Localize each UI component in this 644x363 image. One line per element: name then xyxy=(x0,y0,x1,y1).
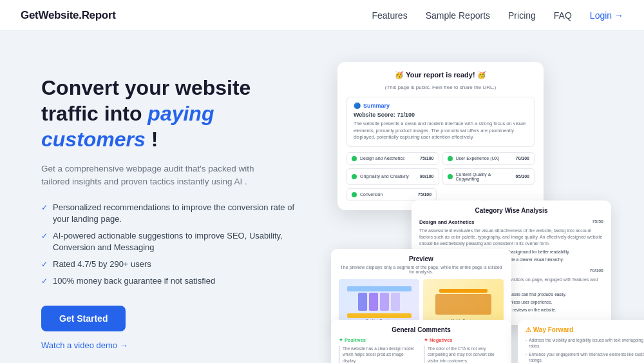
mock-figure xyxy=(358,293,367,311)
metric-content-label: Content Quality & Copywriting xyxy=(456,172,513,181)
nav-pricing[interactable]: Pricing xyxy=(508,10,536,21)
metrics-grid: Design and Aesthetics 75/100 User Experi… xyxy=(346,152,535,185)
feature-item: ✓Rated 4.7/5 by 290+ users xyxy=(41,259,312,270)
forward-title: ⚠ Way Forward xyxy=(526,326,644,333)
preview-card: Preview The preview displays only a segm… xyxy=(331,249,511,331)
hero-subheadline: Get a comprehensive webpage audit that's… xyxy=(41,162,273,189)
positives-header: ✦ Positives xyxy=(339,337,419,343)
mock-header xyxy=(347,286,412,291)
comments-title: General Comments xyxy=(339,326,504,333)
mock-mobile-image xyxy=(435,294,492,315)
metric-conversion-label: Conversion xyxy=(360,192,415,197)
summary-score: Website Score: 71/100 xyxy=(354,112,527,118)
nav-login[interactable]: Login → xyxy=(590,10,623,21)
summary-box: 🔵 Summary Website Score: 71/100 The webs… xyxy=(346,97,535,147)
report-banner: 🥳 Your report is ready! 🥳 xyxy=(346,71,535,79)
metric-conversion-score: 75/100 xyxy=(418,192,431,197)
preview-desktop-img: Desktop Preview xyxy=(339,279,419,324)
metric-originality-score: 80/100 xyxy=(420,174,433,179)
metric-ux-label: User Experience (UX) xyxy=(456,156,513,161)
analysis-title: Category Wise Analysis xyxy=(419,207,603,214)
metric-design-label: Design and Aesthetics xyxy=(360,156,417,161)
headline-end: ! xyxy=(146,128,158,151)
video-demo-link[interactable]: Watch a video demo → xyxy=(41,340,312,350)
metric-content: Content Quality & Copywriting 65/100 xyxy=(442,168,535,185)
metric-originality-label: Originality and Creativity xyxy=(360,174,417,179)
main-content: Convert your website traffic into paying… xyxy=(0,31,644,363)
negatives-header: ✦ Negatives xyxy=(424,337,504,343)
metric-ux-score: 70/100 xyxy=(516,156,529,161)
summary-title: 🔵 Summary xyxy=(354,103,527,109)
comments-card: General Comments ✦ Positives The website… xyxy=(331,320,511,363)
metric-dot xyxy=(448,174,453,179)
preview-title: Preview xyxy=(339,255,504,262)
check-icon-1: ✓ xyxy=(41,202,48,213)
summary-label: Summary xyxy=(363,103,390,109)
report-banner-sub: (This page is public. Feel free to share… xyxy=(346,84,535,90)
preview-images: Desktop Preview Mobile Preview xyxy=(339,279,504,324)
positive-item: The website has a clean design model whi… xyxy=(339,346,419,363)
navbar: GetWebsite.Report Features Sample Report… xyxy=(0,0,644,31)
feature-3-text: Rated 4.7/5 by 290+ users xyxy=(53,259,151,270)
metric-content-score: 65/100 xyxy=(516,174,529,179)
feature-1-text: Personalized recommendations to improve … xyxy=(53,202,312,225)
desktop-mockup xyxy=(339,279,419,324)
metric-dot xyxy=(448,156,453,161)
analysis-ux-score: 70/100 xyxy=(590,268,603,273)
mock-banner xyxy=(347,313,412,318)
mock-mobile-header xyxy=(439,289,488,293)
preview-mobile-img: Mobile Preview xyxy=(423,279,504,324)
summary-text: The website presents a clean and modern … xyxy=(354,121,527,141)
analysis-design-header: Design and Aesthetics 75/50 xyxy=(419,219,603,225)
hero-section: Convert your website traffic into paying… xyxy=(41,62,312,363)
nav-features[interactable]: Features xyxy=(372,10,407,21)
negative-item: The color of the CTA is not very compell… xyxy=(424,346,504,363)
way-forward-card: ⚠ Way Forward Address the visibility and… xyxy=(518,320,644,363)
metric-dot xyxy=(352,192,357,197)
nav-links: Features Sample Reports Pricing FAQ Logi… xyxy=(372,10,623,21)
feature-2-text: AI-powered actionable suggestions to imp… xyxy=(53,230,312,253)
feature-item: ✓100% money back guarantee if not satisf… xyxy=(41,275,312,287)
forward-item: Enhance your engagement with interactive… xyxy=(526,351,644,363)
analysis-design-score: 75/50 xyxy=(592,219,603,224)
feature-4-text: 100% money back guarantee if not satisfi… xyxy=(53,275,215,287)
mock-figure xyxy=(380,293,389,311)
metric-dot xyxy=(352,156,357,161)
features-list: ✓Personalized recommendations to improve… xyxy=(41,202,312,288)
brand-logo: GetWebsite.Report xyxy=(21,9,116,22)
feature-item: ✓AI-powered actionable suggestions to im… xyxy=(41,230,312,253)
summary-icon: 🔵 xyxy=(354,103,361,109)
metric-design: Design and Aesthetics 75/100 xyxy=(346,152,439,165)
preview-subtitle: The preview displays only a segment of t… xyxy=(339,265,504,274)
hero-headline: Convert your website traffic into paying… xyxy=(41,75,312,152)
check-icon-3: ✓ xyxy=(41,259,48,270)
metric-conversion: Conversion 75/100 xyxy=(346,188,437,201)
check-icon-4: ✓ xyxy=(41,276,48,287)
comments-columns: ✦ Positives The website has a clean desi… xyxy=(339,337,504,363)
feature-item: ✓Personalized recommendations to improve… xyxy=(41,202,312,225)
metric-originality: Originality and Creativity 80/100 xyxy=(346,168,439,185)
forward-item: Address the visibility and legibility is… xyxy=(526,337,644,349)
report-card: 🥳 Your report is ready! 🥳 (This page is … xyxy=(337,62,544,210)
mobile-mockup xyxy=(423,279,504,324)
negatives-column: ✦ Negatives The color of the CTA is not … xyxy=(424,337,504,363)
report-preview: 🥳 Your report is ready! 🥳 (This page is … xyxy=(337,62,613,363)
metric-design-score: 75/100 xyxy=(420,156,433,161)
nav-sample-reports[interactable]: Sample Reports xyxy=(426,10,490,21)
get-started-button[interactable]: Get Started xyxy=(41,306,126,331)
metric-dot xyxy=(352,174,357,179)
positives-column: ✦ Positives The website has a clean desi… xyxy=(339,337,419,363)
analysis-design-text: The assessment evaluates the visual attr… xyxy=(419,228,603,246)
mock-figure xyxy=(391,293,400,311)
mock-figure xyxy=(369,293,378,311)
check-icon-2: ✓ xyxy=(41,231,48,242)
metric-ux: User Experience (UX) 70/100 xyxy=(442,152,535,165)
mock-figures xyxy=(358,293,400,311)
headline-start: Convert your website traffic into xyxy=(41,76,251,125)
nav-faq[interactable]: FAQ xyxy=(554,10,572,21)
